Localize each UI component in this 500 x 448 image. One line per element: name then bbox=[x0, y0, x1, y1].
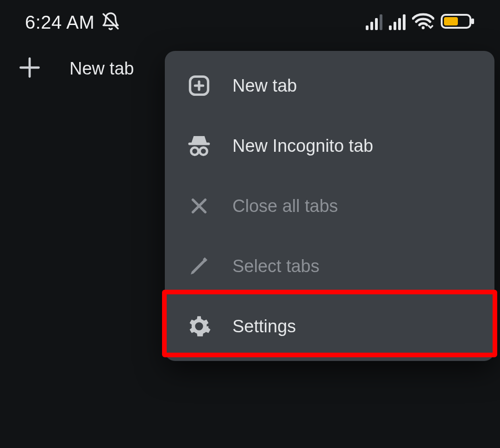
signal-icon-1 bbox=[366, 14, 382, 30]
svg-point-11 bbox=[191, 148, 199, 155]
svg-rect-3 bbox=[471, 19, 474, 24]
menu-item-new-tab[interactable]: New tab bbox=[165, 56, 494, 116]
menu-item-close-all[interactable]: Close all tabs bbox=[165, 176, 494, 236]
pencil-icon bbox=[186, 255, 212, 277]
menu-item-incognito[interactable]: New Incognito tab bbox=[165, 116, 494, 176]
svg-rect-4 bbox=[444, 17, 458, 25]
battery-icon bbox=[441, 13, 475, 31]
svg-rect-10 bbox=[188, 143, 210, 145]
bell-off-icon bbox=[101, 12, 120, 33]
svg-point-1 bbox=[422, 26, 425, 29]
menu-item-settings[interactable]: Settings bbox=[165, 296, 494, 356]
status-time: 6:24 AM bbox=[25, 12, 94, 33]
gear-icon bbox=[186, 314, 212, 338]
incognito-icon bbox=[186, 133, 212, 159]
status-right bbox=[366, 12, 475, 32]
menu-item-label: Settings bbox=[232, 317, 296, 336]
menu-item-label: New tab bbox=[232, 76, 297, 96]
wifi-icon bbox=[412, 12, 434, 32]
menu-item-label: New Incognito tab bbox=[232, 136, 373, 156]
overflow-menu: New tab New Incognito tab Close all tabs bbox=[165, 51, 494, 361]
status-bar: 6:24 AM bbox=[0, 0, 500, 44]
plus-square-icon bbox=[186, 74, 212, 98]
signal-icon-2 bbox=[389, 14, 406, 30]
close-icon bbox=[186, 195, 212, 217]
tab-title: New tab bbox=[69, 59, 134, 79]
svg-point-12 bbox=[200, 148, 207, 155]
menu-item-label: Close all tabs bbox=[232, 196, 338, 216]
status-left: 6:24 AM bbox=[25, 12, 120, 33]
menu-item-select-tabs[interactable]: Select tabs bbox=[165, 236, 494, 296]
new-tab-button[interactable] bbox=[18, 56, 42, 81]
menu-item-label: Select tabs bbox=[232, 256, 319, 276]
tab-toolbar: New tab bbox=[0, 56, 134, 81]
